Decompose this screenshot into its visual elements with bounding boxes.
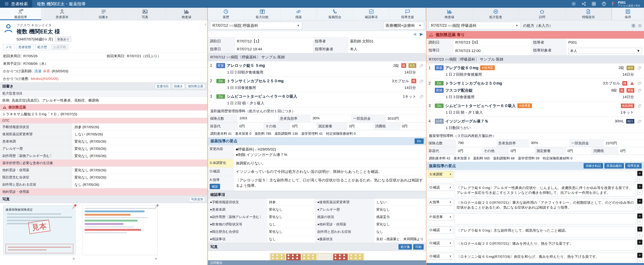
guidance-tool-button-2[interactable]: 指導支援 [625, 163, 642, 168]
patient-chip-2[interactable]: 処方歴 [35, 44, 49, 50]
tab-zanyaku[interactable]: 残薬 [280, 8, 317, 20]
soap-type-select[interactable]: P:留意事▼ [428, 213, 453, 220]
medication-row[interactable]: 4以前イソジンガーグル液７％30mL残21１日数回うがい [426, 117, 644, 132]
medication-row[interactable]: 2Doトランサミンカプセル２５０mg3カプセル残新規フスコデ配合錠6錠残重複１日… [426, 79, 644, 101]
add-entry-button[interactable]: + [637, 184, 642, 189]
add-entry-button[interactable]: + [637, 213, 642, 218]
soap-type-select[interactable]: O:確認▼ [428, 184, 453, 191]
soap-type-select[interactable]: A:指導▼ [428, 199, 453, 206]
remove-entry-button[interactable]: − [637, 245, 642, 250]
mid-filter-select[interactable]: 医療機関+診療科 ▼ [383, 22, 424, 29]
pin-icon[interactable] [154, 203, 160, 209]
remove-entry-button[interactable]: − [637, 205, 642, 210]
mid-facility-select[interactable]: R7/07/12 ○○病院 呼吸器科 ▼ [210, 22, 302, 29]
family-badge[interactable]: 家族あり [55, 37, 71, 42]
remove-photo-button[interactable]: × [72, 256, 75, 261]
settings-gear-icon[interactable] [571, 1, 576, 6]
photo-button-0[interactable]: 処方箋 [398, 244, 412, 249]
guidance-value[interactable]: ■呼吸器科(←H29/05/02)●削除:イソジンガーグル液７% [234, 145, 426, 159]
tab-homon[interactable]: 訪問 [519, 8, 565, 20]
guidance-label[interactable]: A:指導確認 [208, 176, 234, 191]
family-pharmacist-name-2[interactable]: 幸喜 [43, 69, 50, 74]
add-entry-button[interactable]: + [637, 199, 642, 204]
photo-insurance-card[interactable]: 健康保険被保険者証 見本 × [3, 205, 76, 261]
confirm-button[interactable]: 確認 [210, 184, 220, 189]
tab-atamagaki[interactable]: 頭書き [83, 8, 124, 20]
guidance-label[interactable]: 変更内容 [208, 145, 234, 159]
patient-chip-1[interactable]: 患者状態 [16, 44, 33, 50]
remove-entry-button[interactable]: − [637, 219, 642, 224]
network-share-icon[interactable] [581, 1, 586, 6]
tab-gigi-shokai[interactable]: 疑義照会 [317, 8, 353, 20]
tab-kensachi2[interactable]: 検査値 [426, 8, 472, 20]
save-button[interactable]: 保存 [612, 8, 644, 20]
tab-yakureki[interactable]: 薬歴 [208, 8, 244, 20]
help-icon[interactable] [602, 1, 606, 6]
soap-type-select[interactable]: O:確認▼ [428, 253, 453, 260]
tab-shoho-hikaku[interactable]: 処方比較 [244, 8, 280, 20]
guidance-plan-badge[interactable]: ※指導案 [518, 103, 532, 108]
apps-grid-icon[interactable] [591, 1, 596, 6]
guidance-text-input[interactable]: 〔カロナール錠２００(R7/07/21)〕重大な副作用の「アナフィラキシー」の初… [455, 199, 636, 211]
soap-type-select[interactable]: O:確認▼ [428, 226, 453, 233]
tab-shido-shien[interactable]: 指導支援 [390, 8, 426, 20]
tab-shoho-kansa[interactable]: 処方監査 [472, 8, 519, 20]
next-visit-button[interactable]: ▶ [420, 32, 423, 37]
medication-row[interactable]: 3Doシムビコートタービュヘイラー６０吸入1キット１日２回 朝・夕１吸入 [208, 92, 426, 108]
photo-button-1[interactable]: 印刷 [413, 244, 424, 249]
atamagaki-button-2[interactable]: 個別禁忌薬 [186, 84, 205, 89]
tab-fukuyaku-shido[interactable]: 服薬指導 [0, 8, 42, 20]
atamagaki-button-1[interactable]: 頭書き [172, 84, 185, 89]
user-info[interactable]: P001 アクセス薬局 1号目 [612, 1, 640, 7]
tab-shashin[interactable]: 写真 [124, 8, 166, 20]
guidance-value[interactable]: 〔アレロック錠５〕主な副作用として、口が渇く等の症状が出ることがあるため、気にな… [234, 176, 426, 191]
soap-type-select[interactable]: S:体調変▼ [428, 171, 453, 178]
guidance-target-select[interactable]: 本人 ▼ [568, 48, 642, 54]
tab-kanja-kihon[interactable]: 患者基本 [42, 8, 83, 20]
guidance-text-input[interactable]: 〔ロキソニン錠６０mg(R7/07/19)〕炎症を和らげ、痛みを抑えたり、熱を下… [455, 253, 636, 264]
guidance-label[interactable]: S:体調変化 [208, 159, 234, 167]
medication-row[interactable]: 2Doトランサミンカプセル２５０mg3カプセル残１日３回食後服用14日分 [208, 77, 426, 92]
patient-search-button[interactable]: 患者検索 [0, 0, 32, 8]
guidance-text-input[interactable] [455, 171, 636, 182]
guidance-value[interactable]: 体調変わりない。 [234, 159, 426, 167]
atamagaki-button-0[interactable]: 監査項目 [155, 84, 171, 89]
medication-row[interactable]: 3Doシムビコートタービュヘイラー６０吸入※指導案残薬調整１日２回 朝・夕１吸入… [426, 101, 644, 117]
add-entry-button[interactable]: + [637, 253, 642, 258]
remove-entry-button[interactable]: − [637, 232, 642, 237]
tab-kensachi[interactable]: 検査値 [166, 8, 207, 20]
linkage-value[interactable]: Medixs(R4/05/05) [31, 77, 58, 81]
do-button[interactable]: Do [414, 138, 424, 144]
photo-document[interactable]: × [82, 205, 158, 261]
guidance-plan-badge[interactable]: ※指導案 [480, 66, 495, 70]
remove-photo-button[interactable]: × [155, 256, 157, 261]
add-entry-button[interactable]: + [637, 171, 642, 176]
guidance-text-input[interactable]: 〔アレグラ錠６０mg〕主な副作用として、眠気等なかったこと確認。 [455, 226, 636, 237]
family-pharmacist-name-1[interactable]: 清瀬 [34, 69, 41, 74]
tab-kakunin-jiko[interactable]: 確認事項 [353, 8, 390, 20]
collapse-left-button[interactable]: ‹ [204, 22, 206, 27]
guidance-tool-button-0[interactable]: 頭書き転記 [584, 163, 603, 168]
pin-icon[interactable] [72, 203, 78, 209]
layout-grid-icon[interactable] [631, 24, 636, 28]
right-facility-select[interactable]: R7/07/23 ○○病院 呼吸器科 ▼ [428, 22, 521, 29]
guidance-text-input[interactable]: 〔カロナール錠２００(R7/07/21)〕痛みを抑えたり、熱を下げる薬です。 [455, 240, 636, 250]
guidance-text-input[interactable]: 〔アレグラ錠６０mg〕アレルギー性鼻炎の症状や、じんましん、皮膚疾患に伴うかゆみ… [455, 184, 636, 196]
medication-row[interactable]: 1変更アレロック錠５ ５mg2錠残後発１日２回朝夕食後服用14日分 [208, 61, 426, 77]
guidance-tool-button-1[interactable]: 医薬品鑑別 [604, 163, 624, 168]
add-entry-button[interactable]: + [637, 240, 642, 245]
add-photo-button[interactable]: 写真追加 [189, 197, 205, 202]
guidance-text-input[interactable] [455, 213, 636, 224]
guidance-value[interactable]: イソジン余っているので今回は処方されない旨の説明が、医師からあったことを確認。 [234, 167, 426, 176]
soap-type-select[interactable]: O:確認▼ [428, 240, 453, 246]
guidance-label[interactable]: O:確認 [208, 167, 234, 176]
remove-entry-button[interactable]: − [637, 190, 642, 195]
visit-report-bar[interactable]: 訪問報告 [208, 260, 426, 265]
medication-row[interactable]: 1新規アレグラ錠６０mg※指導案2錠後発１日２回朝夕食後服用14日分 [426, 64, 644, 79]
patient-chip-0[interactable]: メモ [3, 44, 14, 50]
add-entry-button[interactable]: + [637, 226, 642, 232]
remove-entry-button[interactable]: − [637, 177, 642, 182]
prev-visit-button[interactable]: ◀ [413, 32, 416, 37]
tab-joho-teikyo[interactable]: 情報提供 [565, 8, 612, 20]
list-menu-icon[interactable] [638, 24, 642, 28]
